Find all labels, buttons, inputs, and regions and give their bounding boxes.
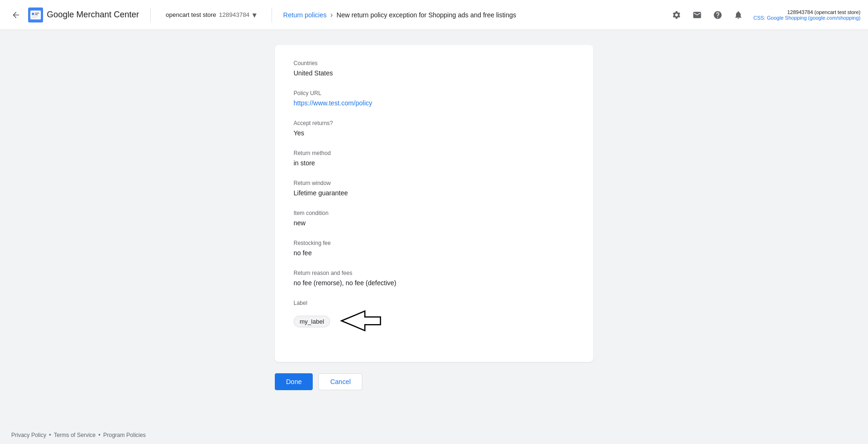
breadcrumb-return-policies[interactable]: Return policies — [283, 11, 327, 19]
field-countries: Countries United States — [294, 60, 574, 77]
label-chip-row: my_label — [294, 309, 574, 334]
store-selector[interactable]: opencart test store 128943784 ▾ — [162, 8, 260, 22]
help-button[interactable] — [708, 6, 727, 24]
app-name: Google Merchant Center — [47, 10, 139, 20]
nav-divider-1 — [150, 7, 151, 22]
policy-card: Countries United States Policy URL https… — [275, 45, 593, 362]
return-method-label: Return method — [294, 150, 574, 156]
google-merchant-logo — [28, 7, 43, 22]
field-accept-returns: Accept returns? Yes — [294, 120, 574, 137]
nav-divider-2 — [272, 7, 272, 22]
label-field-label: Label — [294, 300, 574, 306]
accept-returns-value: Yes — [294, 129, 574, 137]
cancel-button[interactable]: Cancel — [318, 373, 362, 390]
done-button[interactable]: Done — [275, 373, 313, 390]
field-label: Label my_label — [294, 300, 574, 334]
item-condition-value: new — [294, 219, 574, 227]
store-name: opencart test store — [166, 11, 216, 18]
arrow-annotation — [338, 309, 384, 334]
svg-rect-4 — [35, 14, 37, 15]
breadcrumb: Return policies › New return policy exce… — [283, 11, 516, 19]
restocking-fee-label: Restocking fee — [294, 240, 574, 246]
countries-label: Countries — [294, 60, 574, 67]
return-reason-label: Return reason and fees — [294, 270, 574, 276]
action-buttons: Done Cancel — [275, 373, 593, 390]
restocking-fee-value: no fee — [294, 249, 574, 257]
policy-url-value: https://www.test.com/policy — [294, 99, 574, 107]
field-return-reason: Return reason and fees no fee (remorse),… — [294, 270, 574, 287]
breadcrumb-current: New return policy exception for Shopping… — [337, 11, 516, 19]
account-css: CSS: Google Shopping (google.com/shoppin… — [753, 15, 861, 21]
breadcrumb-separator: › — [330, 11, 332, 19]
center-column: Countries United States Policy URL https… — [275, 45, 593, 407]
terms-of-service-link[interactable]: Terms of Service — [54, 432, 96, 438]
field-return-window: Return window Lifetime guarantee — [294, 180, 574, 197]
svg-rect-5 — [32, 15, 39, 16]
account-id: 128943784 (opencart test store) — [787, 9, 861, 15]
accept-returns-label: Accept returns? — [294, 120, 574, 126]
top-navigation: Google Merchant Center opencart test sto… — [0, 0, 868, 30]
footer-dot-2: • — [98, 432, 100, 438]
privacy-policy-link[interactable]: Privacy Policy — [11, 432, 46, 438]
settings-button[interactable] — [667, 6, 686, 24]
item-condition-label: Item condition — [294, 210, 574, 216]
field-return-method: Return method in store — [294, 150, 574, 167]
return-reason-value: no fee (remorse), no fee (defective) — [294, 279, 574, 287]
return-window-value: Lifetime guarantee — [294, 189, 574, 197]
svg-marker-7 — [341, 311, 380, 331]
account-info: 128943784 (opencart test store) CSS: Goo… — [753, 9, 861, 21]
label-chip: my_label — [294, 316, 330, 327]
logo-area: Google Merchant Center — [28, 7, 139, 22]
svg-rect-2 — [32, 13, 34, 15]
nav-right: 128943784 (opencart test store) CSS: Goo… — [667, 6, 861, 24]
mail-button[interactable] — [688, 6, 706, 24]
countries-value: United States — [294, 69, 574, 77]
main-content: Countries United States Policy URL https… — [0, 30, 868, 444]
notifications-button[interactable] — [729, 6, 748, 24]
return-window-label: Return window — [294, 180, 574, 186]
back-button[interactable] — [7, 7, 24, 23]
field-restocking-fee: Restocking fee no fee — [294, 240, 574, 257]
store-id: 128943784 — [219, 11, 250, 18]
chevron-down-icon: ▾ — [252, 10, 257, 20]
policy-url-label: Policy URL — [294, 90, 574, 96]
program-policies-link[interactable]: Program Policies — [103, 432, 146, 438]
page-footer: Privacy Policy • Terms of Service • Prog… — [0, 426, 868, 444]
field-item-condition: Item condition new — [294, 210, 574, 227]
svg-rect-3 — [35, 13, 39, 14]
nav-left: Google Merchant Center opencart test sto… — [7, 7, 516, 23]
footer-dot-1: • — [49, 432, 51, 438]
svg-rect-6 — [32, 17, 37, 18]
arrow-icon — [338, 309, 384, 333]
field-policy-url: Policy URL https://www.test.com/policy — [294, 90, 574, 107]
return-method-value: in store — [294, 159, 574, 167]
